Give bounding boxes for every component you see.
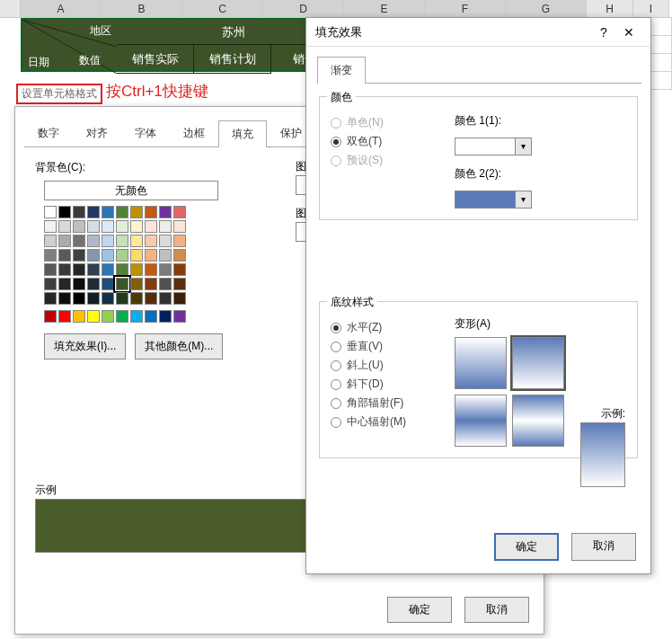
color-swatch[interactable] <box>58 263 71 276</box>
color-swatch[interactable] <box>116 292 128 305</box>
color-swatch[interactable] <box>73 249 85 262</box>
col-header[interactable]: G <box>506 0 587 17</box>
help-icon[interactable]: ? <box>591 25 616 40</box>
col-header[interactable]: H <box>587 0 633 17</box>
color1-select[interactable]: ▾ <box>455 138 532 155</box>
color-swatch[interactable] <box>173 220 186 233</box>
color-swatch[interactable] <box>116 206 128 218</box>
color2-select[interactable]: ▾ <box>455 191 532 209</box>
col-header[interactable]: I <box>633 0 669 17</box>
close-icon[interactable]: ✕ <box>616 25 641 40</box>
color-swatch[interactable] <box>159 263 172 276</box>
chevron-down-icon[interactable]: ▾ <box>515 191 531 208</box>
color-swatch[interactable] <box>145 310 157 323</box>
color-swatch[interactable] <box>102 235 114 247</box>
more-colors-button[interactable]: 其他颜色(M)... <box>135 333 223 359</box>
color-swatch[interactable] <box>130 249 143 262</box>
color-swatch[interactable] <box>116 278 128 290</box>
color-swatch[interactable] <box>58 235 71 247</box>
radio-style-1[interactable]: 垂直(V) <box>331 339 438 354</box>
color-swatch[interactable] <box>159 292 172 305</box>
color-swatch[interactable] <box>145 206 157 218</box>
tab-font[interactable]: 字体 <box>121 120 170 146</box>
color-swatch[interactable] <box>44 310 57 323</box>
color-swatch[interactable] <box>173 249 186 262</box>
ok-button[interactable]: 确定 <box>494 533 559 561</box>
color-swatch[interactable] <box>116 249 128 262</box>
color-swatch[interactable] <box>130 206 143 218</box>
color-swatch[interactable] <box>102 278 114 290</box>
color-swatch[interactable] <box>58 292 71 305</box>
color-swatch[interactable] <box>44 235 57 247</box>
color-swatch[interactable] <box>73 310 85 323</box>
fill-effects-button[interactable]: 填充效果(I)... <box>44 333 126 359</box>
color-swatch[interactable] <box>44 263 57 276</box>
radio-style-4[interactable]: 角部辐射(F) <box>331 395 438 411</box>
tab-gradient[interactable]: 渐变 <box>317 57 366 84</box>
color-swatch[interactable] <box>116 263 128 276</box>
color-swatch[interactable] <box>102 206 114 218</box>
color-swatch[interactable] <box>44 278 57 290</box>
chevron-down-icon[interactable]: ▾ <box>515 138 531 155</box>
variant-3[interactable] <box>455 395 507 447</box>
color-swatch[interactable] <box>44 292 57 305</box>
color-swatch[interactable] <box>130 220 143 233</box>
tab-align[interactable]: 对齐 <box>73 120 121 146</box>
color-swatch[interactable] <box>130 263 143 276</box>
color-swatch[interactable] <box>44 249 57 262</box>
color-swatch[interactable] <box>87 278 100 290</box>
color-swatch[interactable] <box>73 278 85 290</box>
tab-border[interactable]: 边框 <box>170 120 218 146</box>
color-swatch[interactable] <box>145 292 157 305</box>
color-swatch[interactable] <box>73 206 85 218</box>
color-swatch[interactable] <box>102 249 114 262</box>
color-swatch[interactable] <box>173 310 186 323</box>
color-swatch[interactable] <box>159 220 172 233</box>
color-swatch[interactable] <box>87 220 100 233</box>
variant-2[interactable] <box>512 337 564 389</box>
color-swatch[interactable] <box>87 263 100 276</box>
col-header[interactable]: E <box>344 0 425 17</box>
color-swatch[interactable] <box>159 235 172 247</box>
no-color-button[interactable]: 无颜色 <box>44 181 218 200</box>
col-header[interactable]: F <box>425 0 506 17</box>
color-swatch[interactable] <box>58 278 71 290</box>
variant-1[interactable] <box>455 337 507 389</box>
col-header[interactable]: A <box>21 0 102 17</box>
color-swatch[interactable] <box>145 278 157 290</box>
color-swatch[interactable] <box>102 292 114 305</box>
color-swatch[interactable] <box>145 263 157 276</box>
color-swatch[interactable] <box>116 310 128 323</box>
color-swatch[interactable] <box>73 263 85 276</box>
select-all-corner[interactable] <box>0 0 21 17</box>
tab-fill[interactable]: 填充 <box>218 120 267 147</box>
radio-two-color[interactable]: 双色(T) <box>331 134 438 149</box>
color-swatch[interactable] <box>102 310 114 323</box>
color-swatch[interactable] <box>44 206 57 218</box>
variant-4[interactable] <box>512 395 564 447</box>
color-swatch[interactable] <box>44 220 57 233</box>
radio-style-3[interactable]: 斜下(D) <box>331 377 438 392</box>
col-header[interactable]: B <box>102 0 182 17</box>
color-swatch[interactable] <box>130 310 143 323</box>
color-swatch[interactable] <box>173 206 186 218</box>
cancel-button[interactable]: 取消 <box>571 533 636 561</box>
color-swatch[interactable] <box>87 206 100 218</box>
color-swatch[interactable] <box>145 235 157 247</box>
color-swatch[interactable] <box>159 310 172 323</box>
color-swatch[interactable] <box>87 249 100 262</box>
radio-style-2[interactable]: 斜上(U) <box>331 358 438 373</box>
color-swatch[interactable] <box>159 206 172 218</box>
color-swatch[interactable] <box>58 206 71 218</box>
color-swatch[interactable] <box>58 310 71 323</box>
col-header[interactable]: D <box>263 0 344 17</box>
color-swatch[interactable] <box>173 235 186 247</box>
col-header[interactable]: C <box>182 0 263 17</box>
color-swatch[interactable] <box>159 278 172 290</box>
color-swatch[interactable] <box>58 220 71 233</box>
color-swatch[interactable] <box>159 249 172 262</box>
color-swatch[interactable] <box>116 220 128 233</box>
color-swatch[interactable] <box>145 220 157 233</box>
color-swatch[interactable] <box>173 292 186 305</box>
color-swatch[interactable] <box>173 263 186 276</box>
